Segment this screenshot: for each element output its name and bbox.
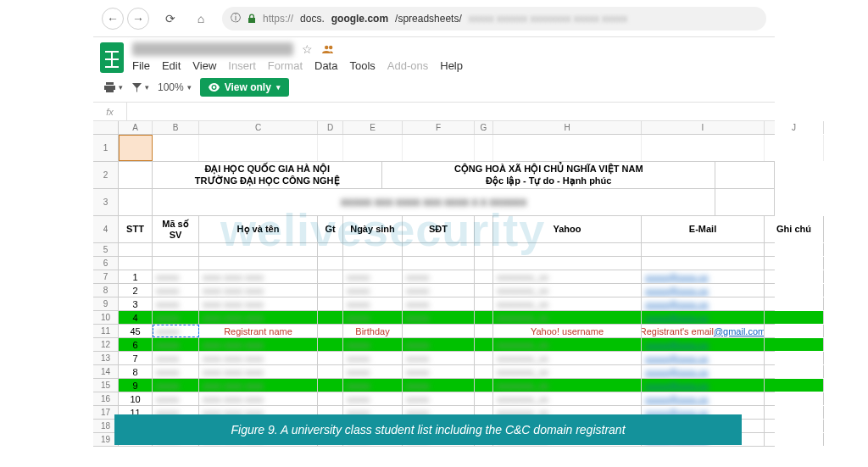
cell[interactable]	[493, 257, 642, 270]
cell[interactable]: xxxxx	[343, 270, 403, 283]
cell[interactable]	[403, 325, 475, 337]
row-header[interactable]: 13	[93, 352, 119, 364]
row-header[interactable]: 11	[93, 325, 119, 337]
menu-add-ons[interactable]: Add-ons	[387, 59, 428, 72]
cell[interactable]: Gt	[318, 216, 343, 242]
cell[interactable]	[765, 338, 824, 351]
cell[interactable]: xxxxxxxx_xx	[493, 297, 642, 310]
cell[interactable]: xxxxxxxx_xx	[493, 270, 642, 283]
cell[interactable]: 3	[119, 297, 153, 310]
cell[interactable]	[475, 243, 493, 256]
menu-format[interactable]: Format	[268, 59, 303, 72]
row-header[interactable]: 16	[93, 392, 119, 405]
cell[interactable]: xxxxx@xxxx.xx	[642, 284, 765, 297]
cell[interactable]	[642, 257, 765, 270]
cell[interactable]: xxxxx	[343, 338, 403, 351]
cell[interactable]	[403, 257, 475, 270]
cell[interactable]	[475, 257, 493, 270]
col-header-D[interactable]: D	[318, 121, 343, 134]
cell[interactable]	[715, 189, 775, 215]
cell[interactable]: 9	[119, 379, 153, 392]
cell[interactable]: xxxxxxxx_xx	[493, 392, 642, 405]
col-header-E[interactable]: E	[343, 121, 403, 134]
cell[interactable]: xxxx xxxx xxxx	[199, 392, 318, 405]
cell[interactable]	[475, 379, 493, 392]
cell[interactable]: xxxx xxxx xxxx	[199, 270, 318, 283]
cell[interactable]	[475, 338, 493, 351]
cell[interactable]	[765, 257, 824, 270]
cell[interactable]: Họ và tên	[199, 216, 318, 242]
cell[interactable]	[475, 365, 493, 378]
cell[interactable]	[343, 135, 403, 161]
cell[interactable]: xxxxxxxx_xx	[493, 352, 642, 364]
cell[interactable]	[199, 257, 318, 270]
cell[interactable]: xxxxx	[343, 311, 403, 324]
cell[interactable]	[199, 135, 318, 161]
cell[interactable]	[475, 284, 493, 297]
cell[interactable]: xxxxx	[403, 284, 475, 297]
cell[interactable]: xxxxx	[403, 311, 475, 324]
cell[interactable]: 1	[119, 270, 153, 283]
cell[interactable]	[119, 162, 153, 188]
cell[interactable]	[765, 352, 824, 364]
spreadsheet-grid[interactable]: 12ĐẠI HỌC QUỐC GIA HÀ NỘITRƯỜNG ĐẠI HỌC …	[93, 135, 775, 447]
cell[interactable]: xxxxx@xxxx.xx	[642, 311, 765, 324]
menu-edit[interactable]: Edit	[162, 59, 181, 72]
cell[interactable]	[475, 325, 493, 337]
cell[interactable]: xxxxx@xxxx.xx	[642, 392, 765, 405]
col-header-F[interactable]: F	[403, 121, 475, 134]
cell[interactable]	[493, 243, 642, 256]
back-button[interactable]: ←	[102, 8, 124, 30]
cell[interactable]: xxxxxxxx_xx	[493, 284, 642, 297]
address-bar[interactable]: ⓘ https:// docs. google.com /spreadsheet…	[222, 7, 766, 31]
cell[interactable]: xxxxx	[403, 338, 475, 351]
cell[interactable]	[318, 297, 343, 310]
filter-button[interactable]: ▾	[131, 82, 149, 93]
cell[interactable]	[318, 135, 343, 161]
cell[interactable]	[475, 392, 493, 405]
cell[interactable]	[493, 135, 642, 161]
cell[interactable]: 7	[119, 352, 153, 364]
cell[interactable]: xxxxx	[153, 365, 199, 378]
cell[interactable]	[642, 243, 765, 256]
cell[interactable]: xxxxxxxx_xx	[493, 379, 642, 392]
cell[interactable]: xxxxx@xxxx.xx	[642, 379, 765, 392]
cell[interactable]: xxxxx	[153, 311, 199, 324]
cell[interactable]	[475, 135, 493, 161]
cell[interactable]	[715, 162, 775, 188]
cell[interactable]	[318, 284, 343, 297]
cell[interactable]: xxxxx	[343, 297, 403, 310]
cell[interactable]	[765, 243, 824, 256]
cell[interactable]: xxxxxxxx_xx	[493, 365, 642, 378]
cell[interactable]: 4	[119, 311, 153, 324]
cell[interactable]	[318, 338, 343, 351]
cell[interactable]	[475, 311, 493, 324]
cell[interactable]: xxxxx	[403, 392, 475, 405]
col-header-H[interactable]: H	[493, 121, 642, 134]
cell[interactable]: xxxxx@xxxx.xx	[642, 297, 765, 310]
row-header[interactable]: 12	[93, 338, 119, 351]
cell[interactable]: xxxx xxxx xxxx	[199, 365, 318, 378]
cell[interactable]: xxxxx	[343, 284, 403, 297]
cell[interactable]: xxxxx	[153, 379, 199, 392]
row-header[interactable]: 8	[93, 284, 119, 297]
cell[interactable]	[403, 135, 475, 161]
cell[interactable]: xxxx xxxx xxxx	[199, 338, 318, 351]
cell[interactable]	[153, 257, 199, 270]
home-button[interactable]: ⌂	[192, 9, 210, 28]
cell[interactable]	[765, 379, 824, 392]
cell[interactable]: xxxxx	[403, 365, 475, 378]
cell[interactable]: 2	[119, 284, 153, 297]
cell[interactable]: Yahoo! username	[493, 325, 642, 337]
cell[interactable]: xxxxx@xxxx.xx	[642, 352, 765, 364]
cell[interactable]	[765, 311, 824, 324]
cell[interactable]: Ghi chú	[765, 216, 824, 242]
cell[interactable]	[199, 243, 318, 256]
cell[interactable]	[642, 135, 765, 161]
cell[interactable]: 45	[119, 325, 153, 337]
cell[interactable]: xxxxx	[153, 284, 199, 297]
cell[interactable]: Ngày sinh	[343, 216, 403, 242]
cell[interactable]	[765, 406, 824, 419]
cell[interactable]	[765, 297, 824, 310]
cell[interactable]: xxxxx@xxxx.xx	[642, 270, 765, 283]
